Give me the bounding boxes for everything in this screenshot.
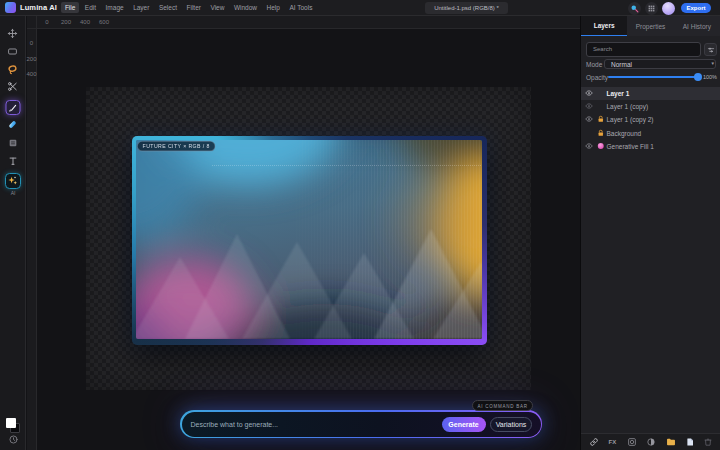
mode-label: Mode [586, 61, 602, 68]
new-group-button[interactable] [666, 437, 676, 447]
foreground-color-swatch[interactable] [6, 418, 16, 428]
vertical-ruler: 0 200 400 [27, 29, 37, 450]
lock-badge [597, 129, 605, 137]
filter-icon [707, 46, 715, 54]
tab-ai-history[interactable]: AI History [674, 16, 720, 36]
menu-help[interactable]: Help [263, 2, 284, 13]
layer-search-input[interactable]: Search [586, 42, 701, 57]
layer-row[interactable]: Background [581, 126, 720, 139]
prompt-input[interactable]: Describe what to generate... [191, 421, 279, 428]
layer-row[interactable]: Layer 1 (copy) [581, 100, 720, 113]
visibility-eye-icon [585, 89, 593, 97]
menu-filter[interactable]: Filter [182, 2, 204, 13]
ruler-mark: 400 [26, 71, 36, 77]
lock-badge [597, 116, 605, 124]
lasso-tool-button[interactable] [4, 61, 22, 79]
type-tool-button[interactable] [4, 152, 22, 170]
ai-command-bar-inner: Describe what to generate... Generate Va… [182, 412, 541, 437]
blend-mode-select[interactable]: Normal [604, 59, 716, 69]
layers-list: Layer 1Layer 1 (copy)Layer 1 (copy 2)Bac… [581, 87, 720, 153]
ruler-mark: 600 [99, 19, 109, 25]
menu-ai-tools[interactable]: AI Tools [285, 2, 316, 13]
new-layer-button[interactable] [686, 438, 695, 447]
menu-edit[interactable]: Edit [81, 2, 100, 13]
tool-sidebar: AI [0, 16, 26, 450]
link-icon [590, 438, 599, 447]
apps-grid-button[interactable] [645, 2, 658, 15]
menu-select[interactable]: Select [155, 2, 181, 13]
layer-mask-button[interactable] [627, 438, 636, 447]
link-layers-button[interactable] [590, 438, 599, 447]
ai-command-bar-tag: AI COMMAND BAR [472, 400, 533, 411]
ruler-corner [27, 16, 37, 29]
menu-file[interactable]: File [61, 2, 79, 13]
artboard-transparency-grid[interactable]: FUTURE CITY × RGB / 8 [86, 87, 531, 390]
layer-row[interactable]: Layer 1 (copy 2) [581, 113, 720, 126]
history-icon [9, 435, 18, 444]
scissors-tool-button[interactable] [4, 78, 22, 96]
visibility-toggle[interactable] [585, 115, 593, 123]
visibility-toggle[interactable] [585, 89, 593, 97]
visibility-eye-icon [585, 102, 593, 110]
menu-layer[interactable]: Layer [129, 2, 153, 13]
move-tool-button[interactable] [4, 24, 22, 42]
app-logo-icon [5, 2, 16, 13]
layer-row[interactable]: Generative Fill 1 [581, 139, 720, 152]
variations-button[interactable]: Variations [490, 417, 532, 433]
menu-window[interactable]: Window [230, 2, 261, 13]
artwork-frame[interactable]: FUTURE CITY × RGB / 8 [132, 136, 487, 345]
history-button[interactable] [8, 434, 18, 444]
tab-layers[interactable]: Layers [581, 16, 627, 36]
visibility-toggle[interactable] [585, 102, 593, 110]
ai-sparkle-icon [7, 175, 18, 186]
selection-dashed-line [212, 165, 481, 166]
layer-name: Generative Fill 1 [607, 142, 654, 149]
layer-name: Layer 1 (copy) [607, 103, 649, 110]
scanline-texture [281, 140, 482, 339]
layer-effects-button[interactable]: FX [608, 439, 616, 445]
lock-icon [597, 116, 605, 124]
export-button[interactable]: Export [681, 3, 711, 14]
user-avatar[interactable] [662, 2, 675, 15]
brush-tool-button[interactable] [5, 100, 20, 115]
stamp-tool-button[interactable] [4, 134, 22, 152]
canvas-area[interactable]: FUTURE CITY × RGB / 8 [27, 16, 580, 450]
delete-layer-button[interactable] [703, 438, 712, 447]
app-title: Lumina AI [20, 3, 57, 12]
stamp-tool-icon [8, 138, 18, 148]
layer-name: Layer 1 [607, 90, 630, 97]
panel-footer: FX [581, 433, 720, 450]
adjustment-button[interactable] [646, 438, 655, 447]
scissors-tool-icon [7, 81, 18, 92]
generate-button[interactable]: Generate [442, 417, 486, 433]
opacity-slider[interactable] [608, 76, 701, 79]
search-button[interactable] [628, 2, 641, 15]
visibility-eye-icon [585, 115, 593, 123]
layer-row[interactable]: Layer 1 [581, 87, 720, 100]
menu-list: File Edit Image Layer Select Filter View… [61, 2, 318, 13]
ruler-mark: 200 [61, 19, 71, 25]
ai-tool-button[interactable] [5, 173, 21, 189]
filter-button[interactable] [704, 43, 717, 56]
visibility-toggle[interactable] [585, 142, 593, 150]
layers-panel: Layers Properties AI History Search Mode… [580, 16, 720, 450]
ruler-mark: 400 [80, 19, 90, 25]
menu-image[interactable]: Image [102, 2, 128, 13]
mask-icon [627, 438, 636, 447]
tab-properties[interactable]: Properties [627, 16, 673, 36]
ruler-mark: 200 [26, 56, 36, 62]
eraser-tool-icon [7, 119, 18, 130]
document-tab[interactable]: Untitled-1.psd (RGB/8) * [425, 2, 508, 14]
horizontal-ruler: 0 200 400 600 [27, 16, 580, 29]
ai-tool-label: AI [0, 190, 26, 196]
artwork-title-badge: FUTURE CITY × RGB / 8 [137, 141, 215, 151]
marquee-tool-button[interactable] [4, 42, 22, 60]
folder-icon [666, 437, 676, 447]
lasso-tool-icon [7, 64, 18, 75]
artwork-image[interactable]: FUTURE CITY × RGB / 8 [136, 140, 482, 339]
opacity-slider-knob[interactable] [694, 73, 702, 81]
menu-view[interactable]: View [206, 2, 228, 13]
ai-command-bar-tag-text: AI COMMAND BAR [477, 403, 527, 408]
topbar-actions: Export [628, 0, 720, 16]
eraser-tool-button[interactable] [4, 115, 22, 133]
